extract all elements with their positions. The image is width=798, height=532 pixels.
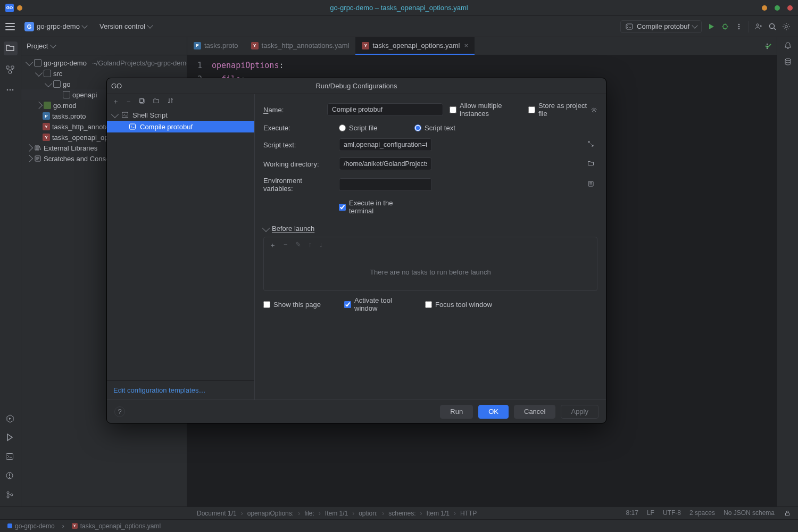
close-icon[interactable]: × bbox=[464, 41, 468, 49]
add-icon[interactable]: ＋ bbox=[269, 240, 276, 250]
editor-tab[interactable]: P tasks.proto bbox=[187, 37, 245, 55]
crumb[interactable]: Item 1/1 bbox=[325, 510, 348, 517]
config-item-selected[interactable]: Compile protobuf bbox=[107, 121, 254, 132]
save-template-icon[interactable] bbox=[153, 97, 160, 106]
svg-point-7 bbox=[785, 25, 788, 28]
script-text-radio[interactable]: Script text bbox=[414, 124, 484, 132]
tree-row[interactable]: src bbox=[21, 68, 187, 79]
services-tool-icon[interactable] bbox=[5, 414, 16, 425]
expand-icon[interactable] bbox=[587, 140, 594, 149]
list-icon[interactable] bbox=[587, 180, 594, 189]
focus-tool-window-checkbox[interactable]: Focus tool window bbox=[425, 301, 494, 309]
edit-templates-link[interactable]: Edit configuration templates… bbox=[113, 386, 205, 394]
project-tool-icon[interactable] bbox=[4, 41, 18, 55]
vcs-label: Version control bbox=[99, 22, 145, 30]
encoding[interactable]: UTF-8 bbox=[663, 509, 681, 518]
indent[interactable]: 2 spaces bbox=[689, 509, 715, 518]
chip-label: tasks_openapi_options.yaml bbox=[80, 522, 161, 530]
edit-icon[interactable]: ✎ bbox=[295, 240, 301, 250]
remove-icon[interactable]: − bbox=[127, 98, 131, 106]
problems-tool-icon[interactable] bbox=[5, 471, 16, 482]
status-chip-project[interactable]: go-grpc-demo bbox=[4, 522, 58, 530]
editor-tab[interactable]: Y tasks_http_annotations.yaml bbox=[245, 37, 356, 55]
shell-script-icon bbox=[128, 122, 137, 131]
status-chip-file[interactable]: Y tasks_openapi_options.yaml bbox=[69, 522, 164, 530]
tree-row[interactable]: go-grpc-demo ~/GolandProjects/go-grpc-de… bbox=[21, 57, 187, 68]
working-directory-field[interactable] bbox=[339, 157, 432, 170]
run-config-selector[interactable]: Compile protobuf bbox=[620, 20, 702, 33]
proto-icon: P bbox=[43, 112, 50, 120]
store-as-file-checkbox[interactable]: Store as project file bbox=[528, 102, 597, 118]
editor-tabs: P tasks.proto Y tasks_http_annotations.y… bbox=[187, 37, 777, 55]
caret-pos[interactable]: 8:17 bbox=[626, 509, 638, 518]
database-icon[interactable] bbox=[784, 57, 792, 66]
notifications-icon[interactable] bbox=[784, 41, 792, 50]
dialog-footer: ? Run OK Cancel Apply bbox=[107, 400, 606, 423]
crumb[interactable]: openapiOptions: bbox=[247, 510, 294, 517]
browse-folder-icon[interactable] bbox=[587, 160, 594, 168]
up-icon[interactable]: ↑ bbox=[309, 240, 312, 250]
add-icon[interactable]: ＋ bbox=[112, 97, 119, 106]
window-close[interactable] bbox=[787, 5, 793, 11]
vcs-selector[interactable]: Version control bbox=[96, 20, 155, 32]
lock-icon[interactable] bbox=[783, 509, 792, 518]
before-launch-empty: There are no tasks to run before launch bbox=[264, 253, 597, 290]
allow-multiple-checkbox[interactable]: Allow multiple instances bbox=[450, 102, 519, 118]
structure-tool-icon[interactable] bbox=[5, 65, 16, 76]
more-tools-icon[interactable] bbox=[5, 85, 16, 96]
code-with-me-icon[interactable] bbox=[754, 22, 763, 31]
terminal-tool-icon[interactable] bbox=[5, 452, 16, 463]
window-minimize[interactable] bbox=[762, 5, 767, 11]
crumb[interactable]: schemes: bbox=[388, 510, 415, 517]
run-button[interactable]: Run bbox=[440, 405, 473, 419]
crumb[interactable]: Document 1/1 bbox=[197, 510, 237, 517]
project-selector[interactable]: G go-grpc-demo bbox=[21, 20, 90, 34]
config-group[interactable]: Shell Script bbox=[107, 109, 254, 121]
tab-label: tasks.proto bbox=[204, 41, 238, 49]
run-tool-icon[interactable] bbox=[5, 433, 16, 444]
show-page-checkbox[interactable]: Show this page bbox=[263, 301, 332, 309]
editor-breadcrumbs: Document 1/1› openapiOptions:› file:› It… bbox=[0, 506, 798, 519]
name-field[interactable] bbox=[327, 103, 443, 116]
window-maximize[interactable] bbox=[775, 5, 780, 11]
more-icon[interactable] bbox=[735, 22, 743, 31]
sort-icon[interactable] bbox=[167, 97, 174, 106]
settings-icon[interactable] bbox=[782, 22, 791, 31]
gear-icon[interactable] bbox=[591, 105, 597, 114]
execute-in-terminal-checkbox[interactable]: Execute in the terminal bbox=[339, 199, 408, 215]
cancel-button[interactable]: Cancel bbox=[514, 405, 555, 419]
svg-rect-25 bbox=[786, 513, 789, 516]
run-config-name: Compile protobuf bbox=[637, 22, 689, 30]
crumb[interactable]: HTTP bbox=[460, 510, 477, 517]
tree-label: go-grpc-demo bbox=[44, 59, 87, 67]
copy-icon[interactable] bbox=[138, 97, 145, 106]
help-button[interactable]: ? bbox=[114, 406, 125, 417]
inspection-ok-icon[interactable] bbox=[764, 41, 772, 50]
script-text-field[interactable] bbox=[339, 138, 432, 151]
debug-icon[interactable] bbox=[721, 22, 729, 31]
search-icon[interactable] bbox=[768, 22, 777, 31]
yaml-icon: Y bbox=[251, 42, 259, 49]
crumb[interactable]: option: bbox=[359, 510, 378, 517]
chevron-down-icon[interactable] bbox=[51, 42, 56, 48]
before-launch-section[interactable]: Before launch bbox=[263, 225, 597, 232]
config-tree[interactable]: Shell Script Compile protobuf bbox=[107, 109, 254, 380]
activate-tool-window-checkbox[interactable]: Activate tool window bbox=[344, 296, 413, 312]
svg-point-19 bbox=[11, 494, 13, 496]
main-menu-icon[interactable] bbox=[5, 23, 15, 30]
line-ending[interactable]: LF bbox=[647, 509, 654, 518]
shell-script-icon bbox=[121, 111, 129, 119]
down-icon[interactable]: ↓ bbox=[319, 240, 323, 250]
schema[interactable]: No JSON schema bbox=[724, 509, 775, 518]
editor-tab-active[interactable]: Y tasks_openapi_options.yaml × bbox=[355, 37, 475, 55]
script-file-radio[interactable]: Script file bbox=[339, 124, 408, 132]
ok-button[interactable]: OK bbox=[478, 405, 509, 419]
crumb[interactable]: file: bbox=[304, 510, 314, 517]
vcs-tool-icon[interactable] bbox=[5, 491, 16, 501]
env-vars-field[interactable] bbox=[339, 178, 432, 191]
square-icon bbox=[7, 523, 12, 528]
remove-icon[interactable]: − bbox=[284, 240, 288, 250]
crumb[interactable]: Item 1/1 bbox=[427, 510, 450, 517]
run-icon[interactable] bbox=[707, 22, 716, 31]
apply-button[interactable]: Apply bbox=[561, 405, 598, 419]
